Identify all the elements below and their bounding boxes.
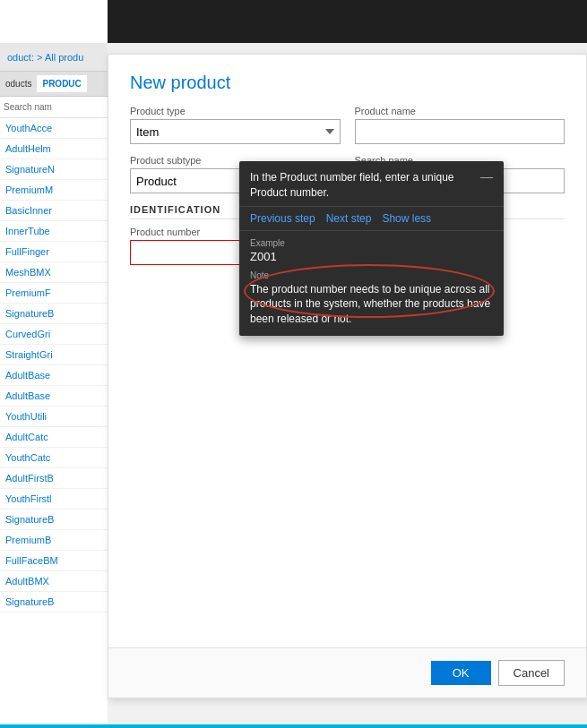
sidebar-list: Search nam YouthAcce AdultHelm Signature…: [0, 97, 108, 728]
list-item[interactable]: YouthCatc: [0, 448, 108, 468]
list-item[interactable]: YouthAcce: [0, 118, 108, 139]
tooltip-nav: Previous step Next step Show less: [239, 207, 504, 231]
list-item[interactable]: SignatureB: [0, 592, 108, 612]
ok-button[interactable]: OK: [431, 661, 491, 685]
tooltip-popup: In the Product number field, enter a uni…: [239, 161, 504, 336]
breadcrumb[interactable]: oduct: > All produ: [0, 43, 108, 72]
list-item[interactable]: YouthUtili: [0, 407, 108, 427]
dialog-footer: OK Cancel: [108, 647, 586, 698]
form-row-1: Product type Item Product name: [130, 106, 565, 144]
tab-bar: oducts PRODUC: [0, 72, 108, 97]
list-item[interactable]: SignatureB: [0, 510, 108, 530]
list-item[interactable]: YouthFirstl: [0, 489, 108, 510]
product-name-input[interactable]: [355, 119, 565, 144]
product-type-label: Product type: [130, 106, 341, 116]
product-type-select[interactable]: Item: [130, 119, 341, 144]
cancel-button[interactable]: Cancel: [498, 660, 565, 686]
tooltip-example: Example Z001: [239, 231, 504, 267]
tooltip-title: In the Product number field, enter a uni…: [250, 170, 473, 201]
list-item[interactable]: CurvedGri: [0, 324, 108, 345]
tooltip-next-step-button[interactable]: Next step: [326, 212, 372, 225]
list-item[interactable]: BasicInner: [0, 201, 108, 221]
sidebar-search-label: Search nam: [0, 97, 108, 118]
tooltip-prev-step-button[interactable]: Previous step: [250, 212, 315, 225]
product-name-label: Product name: [355, 106, 565, 116]
list-item[interactable]: MeshBMX: [0, 262, 108, 283]
list-item[interactable]: StraightGri: [0, 345, 108, 365]
tooltip-close-button[interactable]: —: [480, 170, 493, 183]
tooltip-show-less-button[interactable]: Show less: [382, 212, 431, 225]
product-number-input[interactable]: [130, 240, 255, 265]
list-item[interactable]: SignatureB: [0, 304, 108, 324]
list-item[interactable]: AdultBase: [0, 365, 108, 386]
tooltip-header: In the Product number field, enter a uni…: [239, 161, 504, 207]
list-item[interactable]: FullFaceBM: [0, 551, 108, 571]
breadcrumb-text: oduct: > All produ: [7, 52, 83, 63]
tooltip-note-section: Note The product number needs to be uniq…: [239, 267, 504, 336]
list-item[interactable]: FullFinger: [0, 242, 108, 262]
list-item[interactable]: AdultBase: [0, 386, 108, 407]
list-item[interactable]: PremiumF: [0, 283, 108, 304]
form-group-product-type: Product type Item: [130, 106, 341, 144]
list-item[interactable]: InnerTube: [0, 221, 108, 242]
new-product-dialog: New product Product type Item Product na…: [108, 54, 587, 698]
form-group-product-name: Product name: [355, 106, 565, 144]
tab-produc[interactable]: PRODUC: [37, 75, 86, 92]
tooltip-example-value: Z001: [250, 250, 493, 263]
list-item[interactable]: AdultBMX: [0, 571, 108, 592]
list-item[interactable]: AdultHelm: [0, 139, 108, 159]
tab-products[interactable]: oducts: [0, 75, 37, 92]
list-item[interactable]: AdultCatc: [0, 427, 108, 448]
bottom-accent-bar: [0, 724, 587, 728]
list-item[interactable]: PremiumB: [0, 530, 108, 551]
tooltip-example-label: Example: [250, 238, 493, 248]
list-item[interactable]: AdultFirstB: [0, 468, 108, 489]
dialog-title: New product: [108, 55, 586, 106]
list-item[interactable]: SignatureN: [0, 159, 108, 180]
list-item[interactable]: PremiumM: [0, 180, 108, 201]
tooltip-note-text: The product number needs to be unique ac…: [250, 282, 493, 327]
tooltip-note-label: Note: [250, 270, 493, 280]
